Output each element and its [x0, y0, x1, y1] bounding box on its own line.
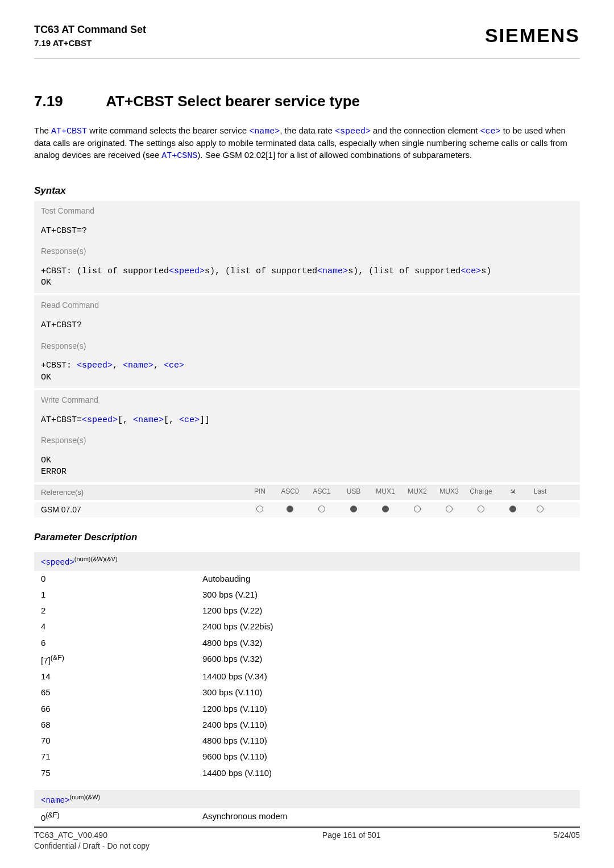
- tag-speed-link[interactable]: <speed>: [41, 558, 74, 567]
- param-key: 71: [34, 749, 196, 765]
- reference-label: Reference(s): [41, 487, 246, 498]
- tag-ce-link[interactable]: <ce>: [460, 266, 481, 276]
- text: AT+CBST=: [41, 415, 82, 425]
- param-value: 1200 bps (V.110): [196, 701, 580, 717]
- param-value: 9600 bps (V.32): [196, 651, 580, 669]
- state-circle-icon: [414, 506, 421, 512]
- text: s): [481, 266, 491, 276]
- footer-left: TC63_ATC_V00.490 Confidential / Draft - …: [34, 830, 150, 852]
- param-key: 70: [34, 733, 196, 749]
- footer-page-number: Page 161 of 501: [322, 830, 381, 852]
- col-asc0: ASC0: [274, 487, 306, 498]
- table-row: [7](&F)9600 bps (V.32): [34, 651, 580, 669]
- param-key: 6: [34, 635, 196, 651]
- tag-speed-link[interactable]: <speed>: [335, 127, 371, 136]
- footer-date: 5/24/05: [553, 830, 580, 852]
- param-speed-table: 0Autobauding1300 bps (V.21)21200 bps (V.…: [34, 571, 580, 781]
- param-value: 1200 bps (V.22): [196, 603, 580, 619]
- tag-name-link[interactable]: <name>: [249, 127, 280, 136]
- table-row: 0Autobauding: [34, 571, 580, 587]
- col-mux3: MUX3: [433, 487, 465, 498]
- ok-text: OK: [41, 456, 51, 465]
- table-row: 704800 bps (V.110): [34, 733, 580, 749]
- response-label: Response(s): [34, 336, 580, 356]
- table-row: 7514400 bps (V.110): [34, 765, 580, 781]
- text: [,: [118, 415, 133, 425]
- tag-ce-link[interactable]: <ce>: [179, 415, 200, 425]
- text: , the data rate: [280, 126, 335, 135]
- param-key: 4: [34, 619, 196, 635]
- write-command: AT+CBST=<speed>[, <name>[, <ce>]]: [34, 410, 580, 431]
- section-number: 7.19: [34, 91, 102, 111]
- tag-name-link[interactable]: <name>: [133, 415, 164, 425]
- footer-doc-id: TC63_ATC_V00.490: [34, 831, 107, 840]
- reference-header-row: Reference(s) PIN ASC0 ASC1 USB MUX1 MUX2…: [34, 485, 580, 500]
- header-left: TC63 AT Command Set 7.19 AT+CBST: [34, 23, 146, 49]
- tag-name-link[interactable]: <name>: [41, 796, 69, 805]
- param-name-table: 0(&F)Asynchronous modem: [34, 808, 580, 826]
- table-row: 1414400 bps (V.34): [34, 669, 580, 685]
- param-key: 66: [34, 701, 196, 717]
- reference-columns: PIN ASC0 ASC1 USB MUX1 MUX2 MUX3 Charge …: [246, 487, 576, 498]
- param-value: 2400 bps (V.110): [196, 717, 580, 733]
- reference-body-row: GSM 07.07: [34, 502, 580, 518]
- tag-ce-link[interactable]: <ce>: [164, 361, 184, 370]
- param-key: 0: [34, 571, 196, 587]
- reference-name: GSM 07.07: [41, 504, 246, 515]
- cmd-link-atcbst[interactable]: AT+CBST: [51, 127, 87, 136]
- text: ,: [113, 361, 123, 370]
- tag-name-link[interactable]: <name>: [317, 266, 348, 276]
- tag-speed-link[interactable]: <speed>: [169, 266, 205, 276]
- table-row: 42400 bps (V.22bis): [34, 619, 580, 635]
- text: ). See GSM 02.02[1] for a list of allowe…: [197, 150, 472, 160]
- text: (list of supported: [77, 266, 169, 276]
- param-key-sup: (&F): [45, 811, 59, 819]
- param-value: 300 bps (V.21): [196, 587, 580, 603]
- param-value: 2400 bps (V.22bis): [196, 619, 580, 635]
- text: s), (list of supported: [205, 266, 317, 276]
- cmd-link-atcsns[interactable]: AT+CSNS: [161, 151, 197, 161]
- col-mux1: MUX1: [370, 487, 401, 498]
- intro-paragraph: The AT+CBST write command selects the be…: [34, 125, 580, 171]
- doc-title: TC63 AT Command Set: [34, 23, 146, 36]
- param-key-sup: (&F): [51, 654, 64, 662]
- text: and the connection element: [371, 126, 480, 135]
- response-label: Response(s): [34, 431, 580, 450]
- tag-name-link[interactable]: <name>: [123, 361, 154, 370]
- footer-confidential: Confidential / Draft - Do not copy: [34, 841, 150, 850]
- tag-speed-link[interactable]: <speed>: [82, 415, 118, 425]
- table-row: 21200 bps (V.22): [34, 603, 580, 619]
- param-speed-band: <speed>(num)(&W)(&V): [34, 552, 580, 571]
- divider: [34, 59, 580, 59]
- col-asc1: ASC1: [306, 487, 338, 498]
- footer-divider: [34, 827, 580, 828]
- table-row: 682400 bps (V.110): [34, 717, 580, 733]
- state-circle-icon: [350, 506, 357, 512]
- read-command-label: Read Command: [34, 295, 580, 315]
- state-circle-icon: [287, 506, 293, 512]
- state-circle-icon: [382, 506, 389, 512]
- param-speed-sup: (num)(&W)(&V): [74, 556, 118, 562]
- section-ref: 7.19 AT+CBST: [34, 37, 146, 49]
- test-response: +CBST: (list of supported<speed>s), (lis…: [34, 261, 580, 294]
- col-mux2: MUX2: [401, 487, 433, 498]
- table-row: 65300 bps (V.110): [34, 685, 580, 700]
- tag-speed-link[interactable]: <speed>: [77, 361, 113, 370]
- test-command-label: Test Command: [34, 201, 580, 221]
- airplane-icon: ✈: [497, 487, 529, 498]
- param-value: 9600 bps (V.110): [196, 749, 580, 765]
- tag-ce-link[interactable]: <ce>: [480, 127, 501, 136]
- read-command: AT+CBST?: [34, 315, 580, 336]
- text: ,: [154, 361, 164, 370]
- reference-states: [246, 506, 576, 515]
- table-row: 64800 bps (V.32): [34, 635, 580, 651]
- section-heading: 7.19 AT+CBST Select bearer service type: [34, 91, 580, 111]
- param-key: 2: [34, 603, 196, 619]
- syntax-heading: Syntax: [34, 185, 580, 198]
- brand-logo: SIEMENS: [485, 23, 580, 49]
- param-value: Autobauding: [196, 571, 580, 587]
- param-key: 75: [34, 765, 196, 781]
- page: TC63 AT Command Set 7.19 AT+CBST SIEMENS…: [0, 0, 614, 868]
- response-label: Response(s): [34, 241, 580, 261]
- param-key: 68: [34, 717, 196, 733]
